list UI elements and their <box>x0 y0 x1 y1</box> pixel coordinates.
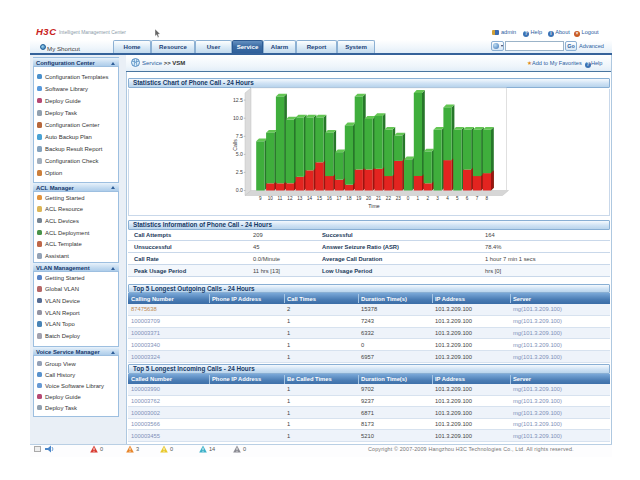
svg-text:20: 20 <box>366 196 372 201</box>
svg-text:23: 23 <box>396 196 402 201</box>
svg-text:12: 12 <box>287 196 293 201</box>
svg-text:2: 2 <box>427 196 430 201</box>
svg-text:7.5: 7.5 <box>236 133 243 139</box>
svg-text:Time: Time <box>368 203 379 209</box>
svg-text:0.0: 0.0 <box>236 187 243 193</box>
svg-text:3: 3 <box>436 196 439 201</box>
svg-text:11: 11 <box>278 196 283 201</box>
svg-text:7: 7 <box>476 196 479 201</box>
svg-text:5: 5 <box>456 196 459 201</box>
svg-text:2.5: 2.5 <box>236 169 243 175</box>
svg-text:10: 10 <box>268 196 274 201</box>
svg-text:22: 22 <box>386 196 392 201</box>
svg-text:6: 6 <box>466 196 469 201</box>
svg-text:18: 18 <box>346 196 352 201</box>
svg-text:4: 4 <box>446 196 449 201</box>
svg-text:17: 17 <box>337 196 343 201</box>
svg-text:1: 1 <box>417 196 420 201</box>
svg-text:14: 14 <box>307 196 313 201</box>
svg-text:12.5: 12.5 <box>233 97 243 103</box>
svg-text:9: 9 <box>259 196 262 201</box>
svg-text:19: 19 <box>356 196 362 201</box>
svg-text:10.0: 10.0 <box>233 115 243 121</box>
svg-text:Calls: Calls <box>232 139 238 151</box>
svg-text:16: 16 <box>327 196 333 201</box>
svg-text:13: 13 <box>297 196 303 201</box>
svg-text:0: 0 <box>407 196 410 201</box>
svg-text:8: 8 <box>486 196 489 201</box>
svg-text:21: 21 <box>376 196 382 201</box>
svg-text:5.0: 5.0 <box>236 151 243 157</box>
svg-text:15: 15 <box>317 196 323 201</box>
